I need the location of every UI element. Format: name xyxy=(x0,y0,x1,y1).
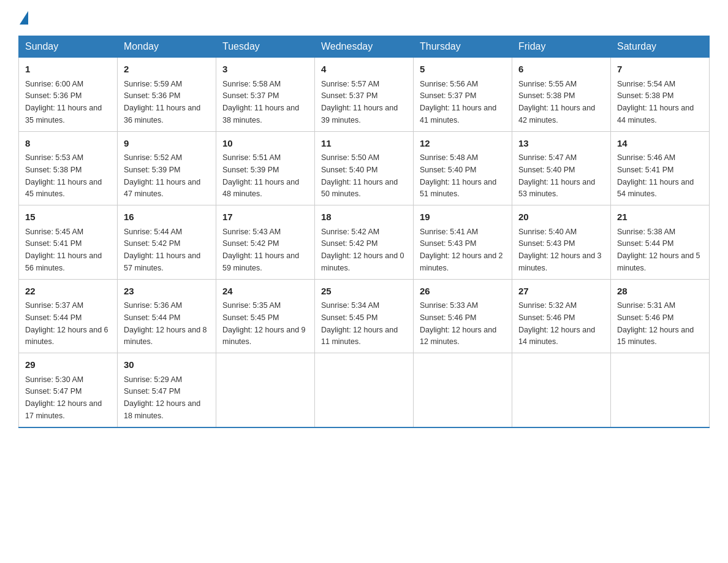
calendar-cell: 14Sunrise: 5:46 AMSunset: 5:41 PMDayligh… xyxy=(611,131,710,205)
day-number: 4 xyxy=(321,63,407,77)
day-number: 2 xyxy=(124,63,210,77)
day-number: 10 xyxy=(222,137,308,151)
day-number: 8 xyxy=(25,137,111,151)
day-number: 14 xyxy=(617,137,703,151)
day-number: 21 xyxy=(617,210,703,224)
day-info: Sunrise: 5:51 AMSunset: 5:39 PMDaylight:… xyxy=(222,153,299,198)
day-info: Sunrise: 5:57 AMSunset: 5:37 PMDaylight:… xyxy=(321,80,398,124)
calendar-cell: 11Sunrise: 5:50 AMSunset: 5:40 PMDayligh… xyxy=(315,131,414,205)
day-number: 3 xyxy=(222,63,308,77)
day-info: Sunrise: 5:56 AMSunset: 5:37 PMDaylight:… xyxy=(420,80,496,124)
calendar-cell: 7Sunrise: 5:54 AMSunset: 5:38 PMDaylight… xyxy=(611,58,710,132)
calendar-cell: 24Sunrise: 5:35 AMSunset: 5:45 PMDayligh… xyxy=(216,279,315,353)
day-number: 26 xyxy=(420,285,506,299)
day-info: Sunrise: 5:46 AMSunset: 5:41 PMDaylight:… xyxy=(617,153,694,198)
calendar-cell: 28Sunrise: 5:31 AMSunset: 5:46 PMDayligh… xyxy=(611,279,710,353)
calendar-cell: 17Sunrise: 5:43 AMSunset: 5:42 PMDayligh… xyxy=(216,205,315,280)
calendar-cell xyxy=(414,353,512,427)
header-thursday: Thursday xyxy=(414,36,512,58)
calendar-cell: 10Sunrise: 5:51 AMSunset: 5:39 PMDayligh… xyxy=(216,131,315,205)
calendar-cell: 25Sunrise: 5:34 AMSunset: 5:45 PMDayligh… xyxy=(315,279,414,353)
week-row-5: 29Sunrise: 5:30 AMSunset: 5:47 PMDayligh… xyxy=(19,353,710,427)
day-number: 18 xyxy=(321,210,407,224)
day-number: 27 xyxy=(518,285,604,299)
day-number: 11 xyxy=(321,137,407,151)
day-number: 13 xyxy=(518,137,604,151)
calendar-cell xyxy=(512,353,611,427)
day-info: Sunrise: 5:58 AMSunset: 5:37 PMDaylight:… xyxy=(222,80,299,124)
day-number: 16 xyxy=(124,210,210,224)
day-number: 17 xyxy=(222,210,308,224)
day-info: Sunrise: 5:32 AMSunset: 5:46 PMDaylight:… xyxy=(518,301,595,346)
day-info: Sunrise: 5:34 AMSunset: 5:45 PMDaylight:… xyxy=(321,301,398,346)
week-row-1: 1Sunrise: 6:00 AMSunset: 5:36 PMDaylight… xyxy=(19,58,710,132)
day-number: 9 xyxy=(124,137,210,151)
day-info: Sunrise: 5:59 AMSunset: 5:36 PMDaylight:… xyxy=(124,80,200,124)
header-wednesday: Wednesday xyxy=(315,36,414,58)
header-saturday: Saturday xyxy=(611,36,710,58)
day-info: Sunrise: 5:42 AMSunset: 5:42 PMDaylight:… xyxy=(321,228,404,272)
day-number: 28 xyxy=(617,285,703,299)
day-info: Sunrise: 5:55 AMSunset: 5:38 PMDaylight:… xyxy=(518,80,595,124)
calendar-cell: 15Sunrise: 5:45 AMSunset: 5:41 PMDayligh… xyxy=(19,205,118,280)
calendar-cell: 13Sunrise: 5:47 AMSunset: 5:40 PMDayligh… xyxy=(512,131,611,205)
day-number: 24 xyxy=(222,285,308,299)
header-tuesday: Tuesday xyxy=(216,36,315,58)
day-number: 30 xyxy=(124,358,210,372)
day-info: Sunrise: 5:50 AMSunset: 5:40 PMDaylight:… xyxy=(321,153,398,198)
calendar-cell: 22Sunrise: 5:37 AMSunset: 5:44 PMDayligh… xyxy=(19,279,118,353)
day-info: Sunrise: 5:40 AMSunset: 5:43 PMDaylight:… xyxy=(518,228,602,272)
calendar-cell: 1Sunrise: 6:00 AMSunset: 5:36 PMDaylight… xyxy=(19,58,118,132)
day-info: Sunrise: 6:00 AMSunset: 5:36 PMDaylight:… xyxy=(25,80,102,124)
header-row: SundayMondayTuesdayWednesdayThursdayFrid… xyxy=(19,36,710,58)
day-info: Sunrise: 5:35 AMSunset: 5:45 PMDaylight:… xyxy=(222,301,306,346)
calendar-cell: 5Sunrise: 5:56 AMSunset: 5:37 PMDaylight… xyxy=(414,58,512,132)
day-info: Sunrise: 5:36 AMSunset: 5:44 PMDaylight:… xyxy=(124,301,207,346)
day-number: 1 xyxy=(25,63,111,77)
logo xyxy=(18,12,28,23)
calendar-cell: 21Sunrise: 5:38 AMSunset: 5:44 PMDayligh… xyxy=(611,205,710,280)
day-info: Sunrise: 5:38 AMSunset: 5:44 PMDaylight:… xyxy=(617,228,700,272)
calendar-cell: 12Sunrise: 5:48 AMSunset: 5:40 PMDayligh… xyxy=(414,131,512,205)
calendar-cell: 8Sunrise: 5:53 AMSunset: 5:38 PMDaylight… xyxy=(19,131,118,205)
day-info: Sunrise: 5:53 AMSunset: 5:38 PMDaylight:… xyxy=(25,153,102,198)
day-info: Sunrise: 5:48 AMSunset: 5:40 PMDaylight:… xyxy=(420,153,496,198)
week-row-3: 15Sunrise: 5:45 AMSunset: 5:41 PMDayligh… xyxy=(19,205,710,280)
calendar-table: SundayMondayTuesdayWednesdayThursdayFrid… xyxy=(18,36,710,428)
calendar-cell: 2Sunrise: 5:59 AMSunset: 5:36 PMDaylight… xyxy=(118,58,216,132)
header-monday: Monday xyxy=(118,36,216,58)
day-info: Sunrise: 5:45 AMSunset: 5:41 PMDaylight:… xyxy=(25,228,102,272)
day-info: Sunrise: 5:41 AMSunset: 5:43 PMDaylight:… xyxy=(420,228,503,272)
page-header xyxy=(18,12,710,23)
day-number: 15 xyxy=(25,210,111,224)
day-number: 12 xyxy=(420,137,506,151)
calendar-cell: 26Sunrise: 5:33 AMSunset: 5:46 PMDayligh… xyxy=(414,279,512,353)
day-info: Sunrise: 5:37 AMSunset: 5:44 PMDaylight:… xyxy=(25,301,108,346)
day-number: 25 xyxy=(321,285,407,299)
week-row-2: 8Sunrise: 5:53 AMSunset: 5:38 PMDaylight… xyxy=(19,131,710,205)
calendar-body: 1Sunrise: 6:00 AMSunset: 5:36 PMDaylight… xyxy=(19,58,710,427)
day-info: Sunrise: 5:33 AMSunset: 5:46 PMDaylight:… xyxy=(420,301,496,346)
calendar-cell: 20Sunrise: 5:40 AMSunset: 5:43 PMDayligh… xyxy=(512,205,611,280)
day-number: 6 xyxy=(518,63,604,77)
calendar-cell: 23Sunrise: 5:36 AMSunset: 5:44 PMDayligh… xyxy=(118,279,216,353)
calendar-header: SundayMondayTuesdayWednesdayThursdayFrid… xyxy=(19,36,710,58)
calendar-cell: 29Sunrise: 5:30 AMSunset: 5:47 PMDayligh… xyxy=(19,353,118,427)
calendar-cell: 6Sunrise: 5:55 AMSunset: 5:38 PMDaylight… xyxy=(512,58,611,132)
calendar-cell xyxy=(611,353,710,427)
calendar-cell xyxy=(315,353,414,427)
calendar-cell: 4Sunrise: 5:57 AMSunset: 5:37 PMDaylight… xyxy=(315,58,414,132)
header-sunday: Sunday xyxy=(19,36,118,58)
calendar-cell: 3Sunrise: 5:58 AMSunset: 5:37 PMDaylight… xyxy=(216,58,315,132)
day-info: Sunrise: 5:30 AMSunset: 5:47 PMDaylight:… xyxy=(25,375,102,420)
day-info: Sunrise: 5:44 AMSunset: 5:42 PMDaylight:… xyxy=(124,228,200,272)
logo-triangle-icon xyxy=(20,11,28,25)
day-info: Sunrise: 5:43 AMSunset: 5:42 PMDaylight:… xyxy=(222,228,299,272)
day-number: 5 xyxy=(420,63,506,77)
day-number: 7 xyxy=(617,63,703,77)
calendar-cell: 27Sunrise: 5:32 AMSunset: 5:46 PMDayligh… xyxy=(512,279,611,353)
calendar-cell: 19Sunrise: 5:41 AMSunset: 5:43 PMDayligh… xyxy=(414,205,512,280)
day-number: 19 xyxy=(420,210,506,224)
day-info: Sunrise: 5:52 AMSunset: 5:39 PMDaylight:… xyxy=(124,153,200,198)
day-number: 23 xyxy=(124,285,210,299)
